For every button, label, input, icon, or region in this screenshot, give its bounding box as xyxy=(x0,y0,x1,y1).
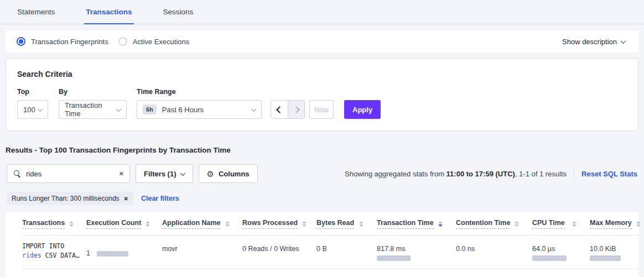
prev-time-button[interactable] xyxy=(271,101,288,118)
sort-icon[interactable] xyxy=(65,221,74,227)
filter-chip: Runs Longer Than: 300 milliseconds ✕ xyxy=(7,192,133,205)
column-header-contention-time: Contention Time xyxy=(456,219,532,229)
chip-close-icon[interactable]: ✕ xyxy=(124,196,128,202)
radio-transaction-fingerprints[interactable]: Transaction Fingerprints xyxy=(17,37,108,46)
time-range-badge: 6h xyxy=(143,104,157,114)
by-select-value: Transaction Time xyxy=(65,101,117,118)
transaction-statement-line1: IMPORT INTO xyxy=(22,242,80,251)
sort-icon[interactable] xyxy=(298,221,307,227)
cell-max-memory: 10.0 KiB xyxy=(590,236,638,261)
cpu-time-value: 64.0 µs xyxy=(532,245,583,253)
show-description-toggle[interactable]: Show description xyxy=(562,38,625,46)
column-header-transactions: Transactions xyxy=(22,219,86,229)
column-header-label[interactable]: Application Name xyxy=(162,219,221,229)
sort-icon[interactable] xyxy=(221,221,230,227)
radio-selected-icon xyxy=(17,37,25,46)
cell-bytes-read: 0 B xyxy=(316,236,377,261)
cpu-time-bar xyxy=(532,255,567,261)
vertical-divider xyxy=(574,166,574,181)
column-header-label[interactable]: Max Memory xyxy=(590,219,632,229)
time-step-buttons xyxy=(271,100,305,119)
column-header-label[interactable]: Bytes Read xyxy=(316,219,354,229)
next-time-button[interactable] xyxy=(288,101,304,118)
column-header-label[interactable]: Transaction Time xyxy=(377,219,434,229)
cell-transaction-fingerprint[interactable]: IMPORT INTO rides CSV DATA… xyxy=(22,236,86,261)
page-tabs: Statements Transactions Sessions xyxy=(0,0,644,24)
chevron-down-icon xyxy=(38,106,43,112)
by-label: By xyxy=(59,88,127,96)
clear-search-icon[interactable]: ✕ xyxy=(116,170,124,177)
column-header-transaction-time: Transaction Time xyxy=(377,219,456,229)
sort-icon[interactable] xyxy=(632,221,641,227)
filter-chip-label: Runs Longer Than: 300 milliseconds xyxy=(12,195,120,202)
sort-icon[interactable] xyxy=(355,221,363,227)
table-row: IMPORT INTO rides CSV DATA… 1 movr 0 Rea… xyxy=(22,236,638,269)
chevron-left-icon xyxy=(276,106,283,113)
search-criteria-controls: Top 100 By Transaction Time Time Range 6… xyxy=(17,88,627,119)
tab-transactions[interactable]: Transactions xyxy=(84,0,133,24)
search-criteria-panel: Search Criteria Top 100 By Transaction T… xyxy=(6,58,638,131)
radio-active-executions[interactable]: Active Executions xyxy=(118,37,190,46)
column-header-label[interactable]: Transactions xyxy=(22,219,65,229)
cell-execution-count: 1 xyxy=(86,236,162,261)
apply-button[interactable]: Apply xyxy=(344,100,381,119)
column-header-bytes-read: Bytes Read xyxy=(316,219,377,229)
radio-transaction-fingerprints-label: Transaction Fingerprints xyxy=(31,38,108,46)
max-memory-value: 10.0 KiB xyxy=(590,245,632,253)
stats-text: Showing aggregated stats from 11:00 to 1… xyxy=(345,170,567,178)
search-input[interactable] xyxy=(26,170,116,178)
sort-icon[interactable] xyxy=(510,221,519,227)
cell-transaction-time: 817.8 ms xyxy=(377,236,456,261)
show-description-label: Show description xyxy=(562,38,617,46)
tab-statements[interactable]: Statements xyxy=(15,0,56,24)
top-select[interactable]: 100 xyxy=(17,100,48,119)
time-range-value: Past 6 Hours xyxy=(162,106,204,114)
search-icon xyxy=(13,170,21,177)
filters-button[interactable]: Filters (1) xyxy=(136,164,193,183)
columns-button[interactable]: ⚙ Columns xyxy=(199,164,258,183)
reset-sql-stats-link[interactable]: Reset SQL Stats xyxy=(581,170,637,178)
transaction-statement-rest: CSV DATA… xyxy=(41,252,80,259)
chevron-down-icon xyxy=(251,106,257,112)
column-header-max-memory: Max Memory xyxy=(590,219,644,229)
time-range-group: Time Range 6h Past 6 Hours xyxy=(137,88,262,119)
time-range-select[interactable]: 6h Past 6 Hours xyxy=(137,100,262,119)
top-group: Top 100 xyxy=(17,88,48,119)
transaction-time-bar xyxy=(377,255,411,261)
now-button[interactable]: Now xyxy=(309,100,334,119)
results-heading: Results - Top 100 Transaction Fingerprin… xyxy=(6,146,638,154)
stats-prefix: Showing aggregated stats from xyxy=(345,170,446,178)
tab-sessions[interactable]: Sessions xyxy=(162,0,195,24)
transaction-table-link[interactable]: rides xyxy=(22,252,41,259)
stats-suffix: , 1-1 of 1 results xyxy=(515,170,567,178)
stats-time-range: 11:00 to 17:59 (UTC) xyxy=(446,170,515,178)
by-select[interactable]: Transaction Time xyxy=(59,100,127,119)
transaction-statement-line2: rides CSV DATA… xyxy=(22,251,80,260)
chevron-down-icon xyxy=(621,38,626,44)
sort-icon[interactable] xyxy=(568,221,577,227)
radio-unselected-icon xyxy=(118,37,127,46)
column-header-label[interactable]: Rows Processed xyxy=(242,219,298,229)
cell-contention-time: 0.0 ns xyxy=(456,236,532,261)
radio-active-executions-label: Active Executions xyxy=(133,38,190,46)
column-header-cpu-time: CPU Time xyxy=(532,219,590,229)
chevron-right-icon xyxy=(293,106,300,113)
sort-icon[interactable] xyxy=(141,221,150,227)
table-header-row: Transactions Execution Count Application… xyxy=(22,212,638,236)
execution-count-value: 1 xyxy=(86,249,90,257)
columns-button-label: Columns xyxy=(219,170,250,178)
column-header-application-name: Application Name xyxy=(162,219,242,229)
top-label: Top xyxy=(17,88,48,96)
results-controls: ✕ Filters (1) ⚙ Columns Showing aggregat… xyxy=(7,164,637,183)
filters-button-label: Filters (1) xyxy=(144,170,176,178)
search-criteria-title: Search Criteria xyxy=(17,70,627,79)
by-group: By Transaction Time xyxy=(59,88,127,119)
transaction-time-value: 817.8 ms xyxy=(377,245,449,253)
column-header-label[interactable]: CPU Time xyxy=(532,219,565,229)
column-header-rows-processed: Rows Processed xyxy=(242,219,316,229)
column-header-label[interactable]: Contention Time xyxy=(456,219,510,229)
column-header-label[interactable]: Execution Count xyxy=(86,219,141,229)
sort-icon-active-desc[interactable] xyxy=(434,221,443,227)
cell-cpu-time: 64.0 µs xyxy=(532,236,590,261)
clear-filters-link[interactable]: Clear filters xyxy=(141,195,179,202)
